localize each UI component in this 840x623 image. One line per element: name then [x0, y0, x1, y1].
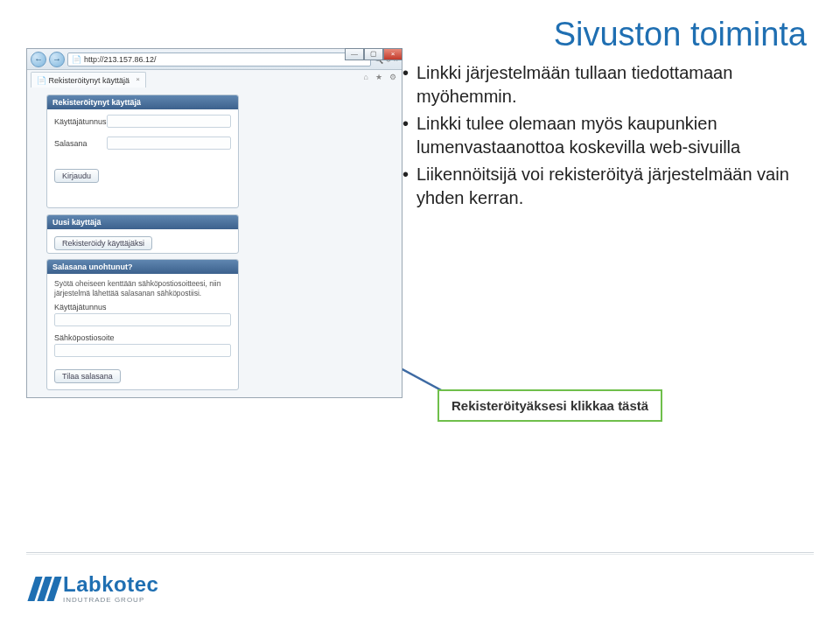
- favorites-icon[interactable]: ★: [375, 73, 382, 81]
- password-label: Salasana: [54, 139, 107, 148]
- bullet-dot-icon: •: [402, 112, 416, 159]
- callout-text: Rekisteröityäksesi klikkaa tästä: [452, 398, 648, 413]
- username-label: Käyttäjätunnus: [54, 117, 107, 126]
- bullet-text: Linkki järjestelmään tullaan tiedottamaa…: [416, 61, 814, 108]
- forgot-password-panel: Salasana unohtunut? Syötä oheiseen kentt…: [46, 259, 239, 390]
- logo-name: Labkotec: [63, 574, 158, 595]
- bullet-text: Linkki tulee olemaan myös kaupunkien lum…: [416, 112, 814, 159]
- window-controls: — ▢ ×: [345, 48, 402, 60]
- password-input[interactable]: [107, 136, 231, 150]
- newuser-panel-header: Uusi käyttäjä: [47, 215, 238, 229]
- browser-toolbar-right: ⌂ ★ ⚙: [364, 73, 396, 81]
- back-button[interactable]: ←: [31, 52, 46, 67]
- tab-favicon: 📄: [37, 76, 46, 85]
- forgot-panel-header: Salasana unohtunut?: [47, 260, 238, 274]
- register-button[interactable]: Rekisteröidy käyttäjäksi: [54, 236, 152, 250]
- bullet-dot-icon: •: [402, 163, 416, 210]
- login-button[interactable]: Kirjaudu: [54, 169, 99, 183]
- forgot-username-label: Käyttäjätunnus: [54, 303, 231, 312]
- settings-icon[interactable]: ⚙: [389, 73, 396, 81]
- forgot-help-text: Syötä oheiseen kenttään sähköpostiosoitt…: [54, 279, 231, 298]
- footer-divider: [26, 552, 814, 555]
- footer-logo: Labkotec INDUTRADE GROUP: [32, 574, 158, 604]
- order-password-button[interactable]: Tilaa salasana: [54, 369, 121, 383]
- bullet-text: Liikennöitsijä voi rekisteröityä järjest…: [416, 163, 814, 210]
- forgot-email-input[interactable]: [54, 344, 231, 357]
- register-callout: Rekisteröityäksesi klikkaa tästä: [438, 389, 662, 422]
- close-window-button[interactable]: ×: [383, 48, 402, 60]
- forward-button[interactable]: →: [49, 52, 65, 67]
- bullet-dot-icon: •: [402, 61, 416, 108]
- forgot-email-label: Sähköpostiosoite: [54, 333, 231, 342]
- minimize-button[interactable]: —: [345, 48, 364, 60]
- slide-title: Sivuston toiminta: [554, 16, 807, 53]
- username-input[interactable]: [107, 115, 231, 128]
- tab-title: Rekisteröitynyt käyttäjä: [49, 76, 130, 85]
- browser-client-area: 📄 Rekisteröitynyt käyttäjä × ⌂ ★ ⚙ Rekis…: [27, 70, 402, 397]
- bullet-item: • Linkki tulee olemaan myös kaupunkien l…: [402, 112, 814, 159]
- url-text: http://213.157.86.12/: [84, 53, 157, 66]
- url-field[interactable]: 📄 http://213.157.86.12/: [67, 52, 371, 66]
- browser-window: — ▢ × ← → 📄 http://213.157.86.12/ 🔍 ↻ × …: [26, 48, 402, 398]
- bullet-item: • Linkki järjestelmään tullaan tiedottam…: [402, 61, 814, 108]
- login-panel-header: Rekisteröitynyt käyttäjä: [47, 95, 238, 109]
- browser-tab[interactable]: 📄 Rekisteröitynyt käyttäjä ×: [31, 72, 146, 88]
- logo-bars-icon: [27, 577, 61, 601]
- forgot-username-input[interactable]: [54, 313, 231, 326]
- page-icon: 📄: [72, 53, 81, 66]
- bullet-list: • Linkki järjestelmään tullaan tiedottam…: [402, 61, 814, 214]
- maximize-button[interactable]: ▢: [364, 48, 383, 60]
- login-panel: Rekisteröitynyt käyttäjä Käyttäjätunnus …: [46, 94, 239, 208]
- newuser-panel: Uusi käyttäjä Rekisteröidy käyttäjäksi: [46, 214, 239, 254]
- bullet-item: • Liikennöitsijä voi rekisteröityä järje…: [402, 163, 814, 210]
- tab-close-icon[interactable]: ×: [133, 74, 143, 84]
- logo-subtitle: INDUTRADE GROUP: [63, 597, 158, 604]
- home-icon[interactable]: ⌂: [364, 73, 368, 81]
